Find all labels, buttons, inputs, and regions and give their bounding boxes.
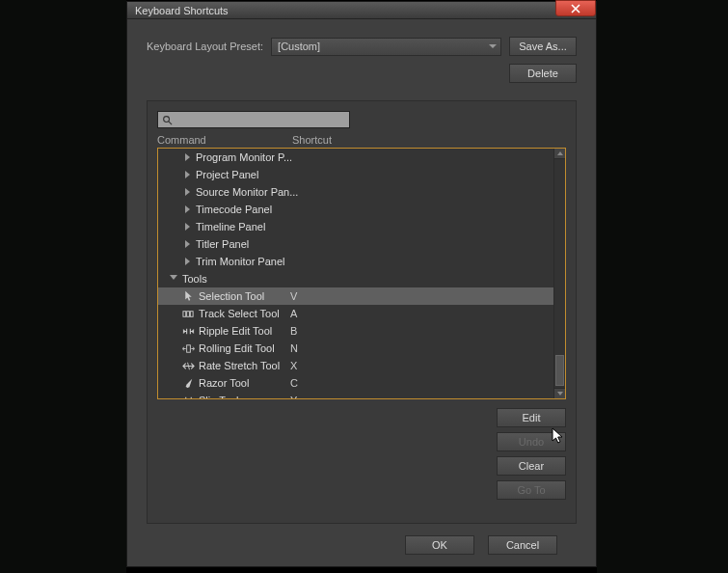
search-icon <box>162 115 173 125</box>
tree-item-label: Titler Panel <box>196 238 311 250</box>
tree-item-tool[interactable]: Rate Stretch ToolX <box>158 357 553 374</box>
tool-shortcut: Y <box>290 395 297 398</box>
tree-group-tools[interactable]: Tools <box>158 270 553 287</box>
tool-icon <box>179 325 197 338</box>
tree-item[interactable]: Source Monitor Pan... <box>158 183 553 201</box>
save-as-button[interactable]: Save As... <box>509 37 577 56</box>
tool-name: Rolling Edit Tool <box>199 342 290 354</box>
expand-icon <box>185 205 190 213</box>
expand-icon <box>185 171 190 178</box>
tool-icon <box>179 360 197 372</box>
tree-item[interactable]: Project Panel <box>158 166 553 183</box>
edit-button[interactable]: Edit <box>497 408 566 427</box>
tree-item-label: Timeline Panel <box>196 221 311 232</box>
column-shortcut: Shortcut <box>292 134 566 146</box>
tool-icon <box>179 377 197 390</box>
expand-icon <box>185 258 190 265</box>
tool-icon <box>179 342 197 355</box>
ok-button[interactable]: OK <box>405 535 474 555</box>
tree-item-label: Source Monitor Pan... <box>196 186 311 198</box>
clear-button[interactable]: Clear <box>497 456 566 476</box>
shortcut-tree: Program Monitor P...Project PanelSource … <box>157 148 566 399</box>
tool-name: Slip Tool <box>199 395 290 398</box>
expand-icon <box>185 188 190 196</box>
column-command: Command <box>157 134 292 146</box>
tool-name: Ripple Edit Tool <box>199 325 290 337</box>
tree-item-label: Timecode Panel <box>196 204 311 215</box>
tree-item[interactable]: Timecode Panel <box>158 201 553 218</box>
shortcuts-panel: Command Shortcut Program Monitor P...Pro… <box>147 100 577 524</box>
goto-button[interactable]: Go To <box>497 480 566 500</box>
svg-point-0 <box>164 116 170 122</box>
window-title: Keyboard Shortcuts <box>127 5 229 16</box>
scroll-up-button[interactable] <box>554 149 565 159</box>
arrow-up-icon <box>557 151 563 155</box>
tree-item-label: Project Panel <box>196 169 311 180</box>
svg-rect-3 <box>186 311 189 316</box>
tool-shortcut: C <box>290 377 298 389</box>
close-icon <box>571 4 580 14</box>
svg-rect-2 <box>182 311 185 316</box>
tree-item[interactable]: Titler Panel <box>158 235 553 253</box>
scrollbar[interactable] <box>553 149 565 398</box>
delete-button[interactable]: Delete <box>509 64 577 83</box>
tree-item[interactable]: Timeline Panel <box>158 218 553 235</box>
tool-name: Rate Stretch Tool <box>199 360 290 371</box>
tool-name: Selection Tool <box>199 290 290 302</box>
tree-item-tool[interactable]: Razor ToolC <box>158 374 553 392</box>
tool-icon <box>179 290 197 303</box>
search-input[interactable] <box>157 111 350 128</box>
preset-dropdown[interactable]: [Custom] <box>271 38 501 56</box>
tool-name: Razor Tool <box>199 377 290 389</box>
titlebar[interactable]: Keyboard Shortcuts <box>127 2 596 19</box>
tool-name: Track Select Tool <box>199 308 290 319</box>
expand-icon <box>185 153 190 161</box>
tree-item-label: Trim Monitor Panel <box>196 256 311 267</box>
close-button[interactable] <box>555 0 596 16</box>
tool-icon <box>179 308 197 320</box>
tool-shortcut: N <box>290 342 298 354</box>
tree-item-tool[interactable]: Slip ToolY <box>158 392 553 398</box>
arrow-down-icon <box>557 392 563 396</box>
expand-icon <box>185 240 190 248</box>
expand-icon <box>185 223 190 231</box>
svg-rect-5 <box>186 344 190 351</box>
cancel-button[interactable]: Cancel <box>488 535 557 555</box>
keyboard-shortcuts-dialog: Keyboard Shortcuts Keyboard Layout Prese… <box>126 1 597 567</box>
tool-shortcut: V <box>290 290 297 302</box>
preset-label: Keyboard Layout Preset: <box>147 41 263 52</box>
tool-shortcut: B <box>290 325 297 337</box>
tree-item-label: Program Monitor P... <box>196 151 311 163</box>
scroll-thumb[interactable] <box>555 355 564 386</box>
tree-item-tool[interactable]: Ripple Edit ToolB <box>158 322 553 340</box>
svg-point-6 <box>184 386 186 388</box>
tree-group-label: Tools <box>182 273 207 285</box>
tool-shortcut: A <box>290 308 297 319</box>
tree-item-tool[interactable]: Rolling Edit ToolN <box>158 340 553 357</box>
tree-item-tool[interactable]: Track Select ToolA <box>158 305 553 322</box>
preset-value: [Custom] <box>278 41 320 52</box>
chevron-down-icon <box>489 44 497 48</box>
tree-item-tool[interactable]: Selection ToolV <box>158 287 553 305</box>
tree-item[interactable]: Trim Monitor Panel <box>158 253 553 270</box>
svg-rect-4 <box>190 311 193 316</box>
tool-shortcut: X <box>290 360 297 371</box>
collapse-icon <box>170 275 177 284</box>
scroll-down-button[interactable] <box>554 388 565 398</box>
svg-line-1 <box>169 121 172 123</box>
tree-item[interactable]: Program Monitor P... <box>158 149 553 166</box>
undo-button[interactable]: Undo <box>497 432 566 451</box>
tool-icon <box>179 395 197 399</box>
